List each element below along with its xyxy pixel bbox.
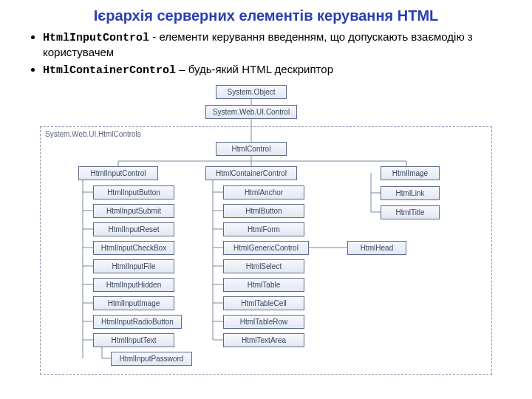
bullet-sep: –: [176, 63, 188, 75]
node-htmlanchor: HtmlAnchor: [223, 185, 304, 200]
node-htmlinputsubmit: HtmlInputSubmit: [93, 204, 174, 218]
node-htmlhead: HtmlHead: [347, 241, 406, 255]
node-htmlinputpassword: HtmlInputPassword: [111, 352, 192, 366]
bullet-sep: -: [149, 30, 159, 43]
node-htmlimage: HtmlImage: [381, 166, 440, 180]
node-htmlcontrol: HtmlControl: [216, 142, 287, 156]
hierarchy-diagram: System.Object System.Web.UI.Control Syst…: [22, 85, 510, 381]
bullet-item: HtmlInputControl - елементи керування вв…: [43, 30, 502, 60]
page-title: Ієрархія серверних елементів керування H…: [0, 0, 532, 30]
bullet-list: HtmlInputControl - елементи керування вв…: [0, 30, 532, 85]
node-htmltitle: HtmlTitle: [381, 205, 440, 219]
node-htmlinputfile: HtmlInputFile: [93, 259, 174, 273]
node-htmlform: HtmlForm: [223, 222, 304, 236]
node-system-web-ui-control: System.Web.UI.Control: [205, 105, 297, 119]
node-htmlinputcheckbox: HtmlInputCheckBox: [93, 241, 174, 255]
node-system-object: System.Object: [216, 85, 287, 99]
bullet-text: будь-який HTML дескриптор: [188, 63, 333, 75]
node-htmlinputimage: HtmlInputImage: [93, 296, 174, 310]
bullet-code: HtmlContainerControl: [43, 64, 176, 77]
node-htmlcontainercontrol: HtmlContainerControl: [205, 166, 297, 180]
node-htmlinputhidden: HtmlInputHidden: [93, 278, 174, 292]
bullet-code: HtmlInputControl: [43, 32, 149, 44]
bullet-item: HtmlContainerControl – будь-який HTML де…: [43, 63, 502, 78]
node-htmlgenericcontrol: HtmlGenericControl: [223, 241, 309, 255]
node-htmlinputcontrol: HtmlInputControl: [78, 166, 158, 180]
node-htmlinputbutton: HtmlInputButton: [93, 185, 174, 200]
node-htmltablecell: HtmlTableCell: [223, 296, 304, 310]
node-htmllink: HtmlLink: [381, 186, 440, 200]
node-htmlinputradiobutton: HtmlInputRadioButton: [93, 315, 182, 329]
node-htmlselect: HtmlSelect: [223, 259, 304, 273]
node-htmlbutton: HtmlButton: [223, 204, 304, 218]
node-htmltextarea: HtmlTextArea: [223, 333, 304, 347]
node-htmltable: HtmlTable: [223, 278, 304, 292]
node-htmlinputtext: HtmlInputText: [93, 333, 174, 347]
node-htmltablerow: HtmlTableRow: [223, 315, 304, 329]
node-htmlinputreset: HtmlInputReset: [93, 222, 174, 236]
